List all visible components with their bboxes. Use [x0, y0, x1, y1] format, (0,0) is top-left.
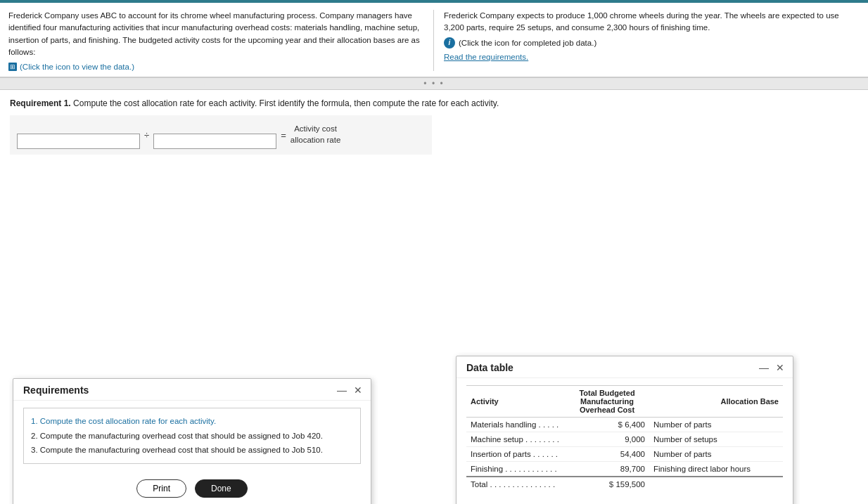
row2-cost-val: 9,000 — [625, 435, 645, 444]
formula-header-2: allocation rate — [291, 136, 341, 144]
row1-cost-val: 6,400 — [625, 420, 645, 429]
divider-bar: • • • — [0, 77, 868, 90]
data-modal-close[interactable]: ✕ — [774, 363, 786, 373]
row1-activity: Materials handling . . . . . — [466, 418, 565, 432]
req-modal-footer: Print Done — [13, 471, 371, 504]
requirements-modal: Requirements — ✕ 1. Compute the cost all… — [13, 378, 371, 504]
col-header-cost-text: Total Budgeted Manufacturing Overhead Co… — [579, 389, 634, 414]
total-label: Total . . . . . . . . . . . . . . . — [466, 477, 565, 491]
row2-activity: Machine setup . . . . . . . . — [466, 432, 565, 447]
input2-col — [153, 121, 276, 149]
table-row: Machine setup . . . . . . . . 9,000 Numb… — [466, 432, 783, 447]
input1-col — [17, 121, 140, 149]
divider-dots: • • • — [423, 79, 444, 89]
equals-op: = — [276, 130, 291, 141]
req-item-3[interactable]: 3. Compute the manufacturing overhead co… — [31, 443, 353, 458]
row4-cost: 89,700 — [565, 462, 649, 477]
row1-dollar: $ — [618, 420, 623, 429]
req-modal-minimize[interactable]: — — [336, 385, 348, 395]
divide-op: ÷ — [140, 130, 153, 141]
formula-input-2[interactable] — [153, 134, 276, 149]
formula-input-1[interactable] — [17, 134, 140, 149]
row4-cost-val: 89,700 — [620, 465, 645, 473]
requirement-title: Requirement 1. Compute the cost allocati… — [10, 98, 858, 108]
total-cost: $ 159,500 — [565, 477, 649, 491]
table-row: Materials handling . . . . . $ 6,400 Num… — [466, 418, 783, 432]
req-label: Requirement 1. — [10, 98, 71, 108]
row4-activity: Finishing . . . . . . . . . . . . — [466, 462, 565, 477]
table-row: Finishing . . . . . . . . . . . . 89,700… — [466, 462, 783, 477]
header-right: Frederick Company expects to produce 1,0… — [434, 10, 860, 71]
data-modal-controls: — ✕ — [758, 363, 786, 373]
view-data-label: (Click the icon to view the data.) — [20, 63, 134, 71]
grid-icon: ⊞ — [8, 63, 17, 71]
page-area: Requirements — ✕ 1. Compute the cost all… — [0, 160, 868, 504]
header-right-text: Frederick Company expects to produce 1,0… — [444, 10, 860, 34]
row1-alloc: Number of parts — [649, 418, 783, 432]
total-alloc-empty — [649, 477, 783, 491]
req-modal-title: Requirements — [23, 385, 89, 396]
header-left: Frederick Company uses ABC to account fo… — [8, 10, 434, 71]
req-modal-controls: — ✕ — [336, 385, 364, 395]
row2-cost: 9,000 — [565, 432, 649, 447]
data-modal-footer: Print Done — [457, 498, 793, 504]
row3-cost: 54,400 — [565, 447, 649, 462]
total-dollar: $ — [609, 480, 613, 489]
header-left-text: Frederick Company uses ABC to account fo… — [8, 10, 426, 58]
formula-row: ÷ = Activity cost allocation rate — [10, 115, 432, 155]
row3-activity: Insertion of parts . . . . . . — [466, 447, 565, 462]
table-row: Insertion of parts . . . . . . 54,400 Nu… — [466, 447, 783, 462]
data-modal-body: Activity Total Budgeted Manufacturing Ov… — [457, 378, 793, 498]
view-data-link[interactable]: ⊞ (Click the icon to view the data.) — [8, 63, 134, 71]
data-table-modal: Data table — ✕ Activity Total Budgeted M… — [456, 356, 793, 504]
col-header-cost: Total Budgeted Manufacturing Overhead Co… — [565, 386, 649, 418]
header-section: Frederick Company uses ABC to account fo… — [0, 3, 868, 77]
row3-alloc: Number of parts — [649, 447, 783, 462]
req-modal-header: Requirements — ✕ — [13, 379, 371, 401]
col-header-activity: Activity — [466, 386, 565, 418]
data-modal-minimize[interactable]: — — [758, 363, 770, 373]
requirement-section: Requirement 1. Compute the cost allocati… — [0, 90, 868, 160]
data-modal-title: Data table — [466, 362, 513, 373]
req-modal-close[interactable]: ✕ — [352, 385, 364, 395]
total-value: 159,500 — [615, 480, 645, 489]
col-header-alloc: Allocation Base — [649, 386, 783, 418]
req-list-box: 1. Compute the cost allocation rate for … — [23, 408, 361, 464]
completed-job-label: (Click the icon for completed job data.) — [459, 39, 596, 47]
read-requirements-link[interactable]: Read the requirements. — [444, 53, 528, 61]
req-item-2[interactable]: 2. Compute the manufacturing overhead co… — [31, 429, 353, 444]
req-text: Compute the cost allocation rate for eac… — [73, 98, 499, 108]
req-item-1[interactable]: 1. Compute the cost allocation rate for … — [31, 414, 353, 429]
data-table: Activity Total Budgeted Manufacturing Ov… — [466, 385, 783, 491]
row4-alloc: Finishing direct labor hours — [649, 462, 783, 477]
formula-header-1: Activity cost — [294, 124, 337, 133]
row3-cost-val: 54,400 — [620, 450, 645, 458]
data-modal-header: Data table — ✕ — [457, 356, 793, 378]
table-total-row: Total . . . . . . . . . . . . . . . $ 15… — [466, 477, 783, 491]
row2-alloc: Number of setups — [649, 432, 783, 447]
result-col: Activity cost allocation rate — [291, 124, 341, 146]
info-icon: i — [444, 37, 455, 49]
req-print-button[interactable]: Print — [136, 479, 186, 498]
req-modal-body: 1. Compute the cost allocation rate for … — [13, 401, 371, 471]
req-done-button[interactable]: Done — [195, 479, 248, 498]
row1-cost: $ 6,400 — [565, 418, 649, 432]
